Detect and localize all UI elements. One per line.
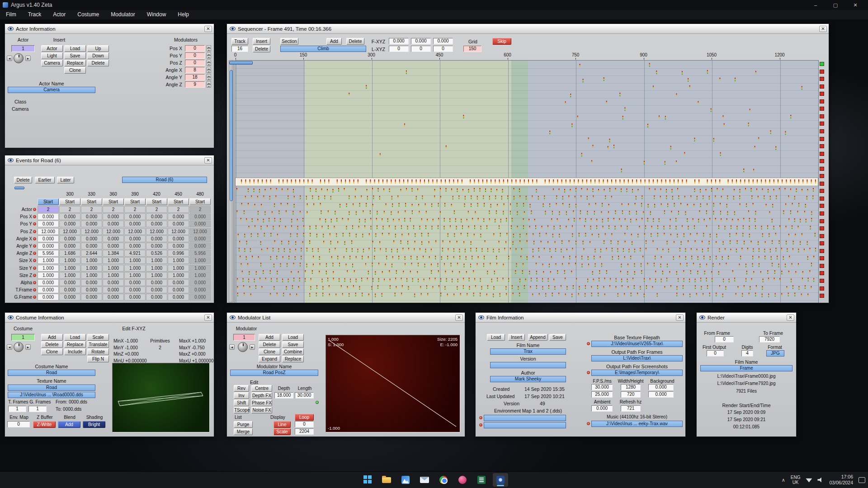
costume-load-button[interactable]: Load	[64, 334, 86, 341]
music-field[interactable]: J:\Video\Inus ... eeky-Trax.wav	[591, 421, 683, 427]
z-write-button[interactable]: Z-Write	[33, 421, 56, 428]
first-output-field[interactable]: 0	[707, 350, 724, 357]
events-cell[interactable]: 1.000	[124, 257, 146, 264]
sequencer-marker-red[interactable]	[820, 122, 824, 126]
seq-track-label[interactable]: Track	[231, 38, 248, 45]
events-cell[interactable]: 0.000	[124, 213, 146, 220]
events-earlier-button[interactable]: Earlier	[35, 177, 55, 183]
events-cell[interactable]: 1.000	[168, 257, 189, 264]
modulator-field-value[interactable]: 0	[185, 45, 205, 52]
events-cell[interactable]: 2	[189, 206, 211, 213]
sequencer-marker-red[interactable]	[820, 99, 824, 103]
events-cell[interactable]: 0.000	[103, 213, 124, 220]
costume-include-button[interactable]: Include	[64, 348, 86, 355]
actor-knob[interactable]	[14, 53, 24, 63]
events-cell[interactable]: 1.000	[59, 265, 80, 272]
events-cell[interactable]: 1.000	[38, 265, 59, 272]
seq-grid-value[interactable]: 150	[463, 46, 481, 52]
window-titlebar[interactable]: Render ✕	[697, 313, 796, 323]
bg-value-1[interactable]: 0.000	[648, 384, 674, 390]
events-scrollbar[interactable]	[14, 187, 24, 189]
sequencer-marker-red[interactable]	[820, 70, 824, 74]
merge-button[interactable]: Merge	[234, 428, 253, 435]
events-cell[interactable]: 0.000	[146, 235, 167, 242]
actor-name-field[interactable]: Camera	[8, 87, 95, 93]
spinner-up-icon[interactable]: ▲	[207, 81, 211, 84]
events-cell[interactable]: 0.000	[59, 279, 80, 286]
events-cell[interactable]: 0.000	[189, 213, 211, 220]
events-cell[interactable]: 1.000	[38, 257, 59, 264]
menu-help[interactable]: Help	[172, 10, 195, 19]
events-start-button[interactable]: Start	[168, 198, 189, 205]
events-cell[interactable]: 0.000	[38, 235, 59, 242]
modulator-add-button[interactable]: Add	[259, 334, 280, 341]
events-start-button[interactable]: Start	[124, 198, 146, 205]
purge-button[interactable]: Purge	[234, 421, 253, 428]
events-cell[interactable]: 1.000	[146, 272, 167, 279]
events-cell[interactable]: 1.000	[38, 272, 59, 279]
close-icon[interactable]: ✕	[819, 26, 827, 32]
seq-fxyz-value[interactable]: 0.000	[411, 38, 431, 44]
line-button[interactable]: Line	[274, 421, 291, 428]
fps-value-2[interactable]: 25.000	[591, 391, 613, 398]
modulator-field-spinner[interactable]: ▲▼	[207, 60, 211, 66]
film-load-button[interactable]: Load	[487, 334, 505, 341]
spinner-down-icon[interactable]: ▼	[207, 48, 211, 52]
tscope-button[interactable]: TScope	[234, 407, 249, 413]
events-cell[interactable]: 0.000	[146, 279, 167, 286]
events-cell[interactable]: 0.000	[38, 286, 59, 293]
events-cell[interactable]: 0.000	[81, 279, 102, 286]
events-track-name[interactable]: Road (6)	[122, 177, 207, 183]
sequencer-marker-red[interactable]	[820, 129, 824, 133]
events-cell[interactable]: 0.000	[124, 286, 146, 293]
events-cell[interactable]: 0.000	[59, 243, 80, 249]
tray-chevron-icon[interactable]: ∧	[782, 477, 785, 483]
seq-section-name[interactable]: Climb	[280, 46, 366, 52]
events-cell[interactable]: 1.000	[146, 265, 167, 272]
spinner-up-icon[interactable]: ▲	[207, 67, 211, 70]
modulator-field-spinner[interactable]: ▲▼	[207, 67, 211, 73]
events-cell[interactable]: 12.000	[168, 228, 189, 235]
texture-name-field[interactable]: Road	[8, 385, 95, 391]
events-cell[interactable]: 0.526	[146, 250, 167, 257]
menu-track[interactable]: Track	[22, 10, 47, 19]
notifications-icon[interactable]	[859, 477, 865, 483]
events-cell[interactable]: 1.000	[81, 272, 102, 279]
sequencer-marker-red[interactable]	[820, 234, 824, 238]
base-texture-field[interactable]: J:\Video\Inuse\V265-Trax\	[591, 341, 683, 347]
volume-icon[interactable]	[817, 478, 824, 483]
sequencer-marker-red[interactable]	[820, 211, 824, 216]
actor-replace-button[interactable]: Replace	[64, 60, 86, 66]
events-cell[interactable]: 0.000	[81, 243, 102, 249]
events-cell[interactable]: 0.000	[189, 294, 211, 300]
costume-replace-button[interactable]: Replace	[64, 341, 86, 348]
minimize-icon[interactable]: –	[806, 0, 826, 10]
costume-flip-button[interactable]: Flip N	[87, 356, 109, 362]
events-cell[interactable]: 0.000	[168, 243, 189, 249]
events-cell[interactable]: 2	[168, 206, 189, 213]
window-titlebar[interactable]: Film Information ✕	[476, 313, 685, 323]
sequencer-marker-red[interactable]	[820, 264, 824, 268]
spinner-down-icon[interactable]: ▼	[207, 56, 211, 59]
events-cell[interactable]: 5.956	[189, 250, 211, 257]
sequencer-marker-red[interactable]	[820, 197, 824, 201]
noise-fx-button[interactable]: Noise FX	[251, 407, 272, 413]
digits-field[interactable]: 4	[741, 350, 753, 357]
menu-film[interactable]: Film	[0, 10, 22, 19]
loop-button[interactable]: Loop	[295, 414, 314, 421]
sequencer-marker-red[interactable]	[820, 182, 824, 186]
events-cell[interactable]: 0.000	[59, 286, 80, 293]
taskbar-tile-spreadsheet-icon[interactable]	[474, 473, 489, 487]
events-cell[interactable]: 0.000	[189, 286, 211, 293]
sequencer-marker-red[interactable]	[820, 174, 824, 178]
close-icon[interactable]: ✕	[204, 314, 212, 321]
events-start-button[interactable]: Start	[146, 198, 167, 205]
events-cell[interactable]: 0.000	[103, 294, 124, 300]
events-cell[interactable]: 0.000	[124, 221, 146, 227]
spinner-up-icon[interactable]: ▲	[207, 52, 211, 56]
close-icon[interactable]: ✕	[204, 26, 212, 32]
events-cell[interactable]: 0.000	[168, 294, 189, 300]
output-frames-field[interactable]: L:\Video\Trax\	[591, 355, 683, 361]
events-cell[interactable]: 0.000	[168, 279, 189, 286]
events-start-button[interactable]: Start	[103, 198, 124, 205]
